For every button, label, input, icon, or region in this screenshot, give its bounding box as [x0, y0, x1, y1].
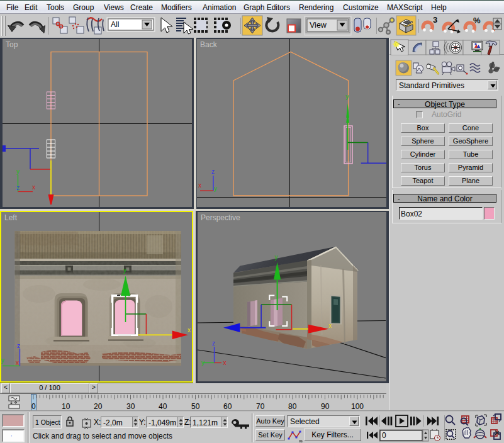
- svg-text:40: 40: [159, 402, 167, 411]
- svg-text:80: 80: [288, 402, 297, 411]
- svg-text:x: x: [198, 182, 201, 189]
- svg-text:60: 60: [223, 402, 232, 411]
- svg-text:0: 0: [31, 402, 36, 411]
- svg-text:90: 90: [321, 402, 330, 411]
- svg-text:Top: Top: [6, 40, 18, 49]
- svg-text:View: View: [310, 21, 327, 30]
- svg-text:z: z: [211, 168, 215, 175]
- svg-text:y: y: [214, 185, 217, 192]
- svg-text:z: z: [212, 340, 215, 347]
- svg-text:70: 70: [256, 402, 265, 411]
- svg-text:y: y: [1, 357, 4, 364]
- svg-text:x: x: [32, 184, 35, 191]
- svg-text:10: 10: [62, 402, 70, 411]
- svg-text:100: 100: [351, 402, 364, 411]
- svg-text:x: x: [188, 327, 191, 334]
- svg-text:Back: Back: [200, 40, 218, 49]
- svg-text:3: 3: [433, 15, 437, 25]
- svg-text:30: 30: [126, 402, 135, 411]
- svg-text:x: x: [16, 359, 19, 366]
- svg-text:Perspective: Perspective: [201, 213, 240, 222]
- svg-text:x: x: [328, 322, 332, 329]
- svg-text:%: %: [473, 16, 481, 25]
- svg-text:All: All: [111, 20, 119, 29]
- svg-text:20: 20: [94, 402, 103, 411]
- svg-text:y: y: [346, 93, 349, 100]
- svg-text:z: z: [17, 342, 20, 349]
- svg-text:50: 50: [191, 402, 200, 411]
- svg-text:x: x: [223, 359, 227, 366]
- svg-text:y: y: [123, 267, 126, 274]
- svg-text:0: 0: [382, 431, 386, 440]
- svg-text:Left: Left: [4, 213, 18, 222]
- svg-text:y: y: [275, 254, 278, 261]
- svg-text:y: y: [16, 168, 20, 175]
